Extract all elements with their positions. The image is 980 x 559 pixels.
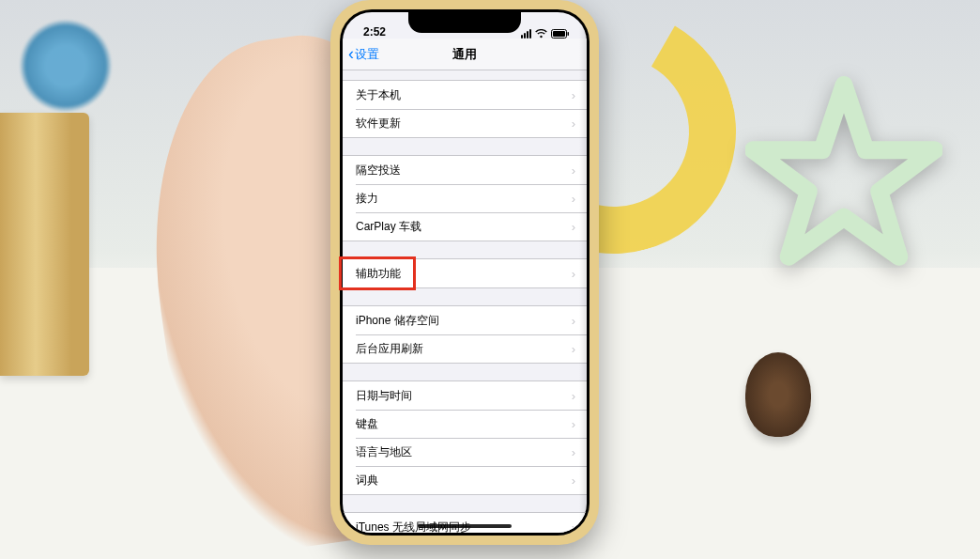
chevron-right-icon: › (572, 163, 575, 178)
page-title: 通用 (452, 46, 477, 63)
settings-row[interactable]: iPhone 储存空间› (343, 306, 587, 334)
battery-icon (551, 29, 570, 39)
chevron-right-icon: › (572, 520, 575, 534)
chevron-right-icon: › (572, 116, 575, 131)
settings-row[interactable]: 软件更新› (343, 109, 587, 137)
svg-marker-0 (753, 85, 934, 257)
settings-group: iPhone 储存空间›后台应用刷新› (343, 305, 587, 364)
status-time: 2:52 (363, 25, 386, 39)
row-label: iPhone 储存空间 (356, 313, 439, 329)
settings-row[interactable]: CarPlay 车载› (343, 212, 587, 241)
row-label: 键盘 (356, 416, 378, 432)
chevron-right-icon: › (572, 389, 575, 403)
settings-row[interactable]: 辅助功能› (343, 259, 587, 287)
chevron-right-icon: › (572, 314, 575, 328)
chevron-right-icon: › (572, 474, 575, 488)
gold-stand-prop (0, 113, 89, 376)
row-label: 关于本机 (356, 87, 401, 103)
settings-row[interactable]: 后台应用刷新› (343, 334, 587, 363)
settings-row[interactable]: 日期与时间› (343, 381, 587, 410)
chevron-right-icon: › (572, 88, 575, 102)
star-prop (745, 75, 942, 272)
back-button[interactable]: ‹ 设置 (348, 44, 379, 64)
phone-bezel: 2:52 ‹ 设置 通用 (340, 9, 590, 536)
settings-group: 关于本机›软件更新› (343, 80, 587, 138)
chevron-right-icon: › (572, 445, 575, 459)
row-label: 日期与时间 (356, 388, 412, 404)
row-label: 词典 (356, 473, 378, 489)
svg-rect-2 (553, 31, 565, 37)
chevron-right-icon: › (572, 342, 575, 356)
row-label: 软件更新 (356, 116, 401, 132)
status-indicators (521, 29, 570, 39)
nav-bar: ‹ 设置 通用 (343, 39, 587, 70)
row-label: 辅助功能 (356, 266, 401, 282)
settings-row[interactable]: 键盘› (343, 410, 587, 438)
wifi-icon (535, 29, 547, 39)
settings-group: 隔空投送›接力›CarPlay 车载› (343, 155, 587, 241)
pinecone-prop (745, 352, 811, 437)
settings-row[interactable]: iTunes 无线局域网同步› (343, 513, 587, 533)
phone-screen: 2:52 ‹ 设置 通用 (343, 12, 587, 533)
settings-group: 日期与时间›键盘›语言与地区›词典› (343, 380, 587, 495)
settings-group: 辅助功能› (343, 258, 587, 288)
row-label: 隔空投送 (356, 163, 401, 179)
row-label: 后台应用刷新 (356, 341, 423, 357)
row-label: CarPlay 车载 (356, 219, 421, 235)
settings-row[interactable]: 接力› (343, 184, 587, 212)
svg-rect-3 (568, 32, 570, 36)
cellular-signal-icon (521, 29, 531, 39)
watermark-logo (19, 19, 113, 113)
chevron-right-icon: › (572, 267, 575, 281)
iphone-device: 2:52 ‹ 设置 通用 (330, 0, 599, 545)
phone-notch (408, 12, 521, 33)
settings-row[interactable]: 隔空投送› (343, 156, 587, 184)
settings-list[interactable]: 关于本机›软件更新›隔空投送›接力›CarPlay 车载›辅助功能›iPhone… (343, 70, 587, 533)
settings-row[interactable]: 关于本机› (343, 81, 587, 109)
back-label: 设置 (355, 46, 379, 63)
row-label: 语言与地区 (356, 444, 412, 460)
chevron-right-icon: › (572, 192, 575, 206)
chevron-left-icon: ‹ (348, 44, 354, 64)
settings-row[interactable]: 语言与地区› (343, 438, 587, 466)
home-indicator[interactable] (418, 524, 512, 528)
row-label: 接力 (356, 191, 378, 207)
settings-row[interactable]: 词典› (343, 466, 587, 494)
chevron-right-icon: › (572, 417, 575, 431)
settings-group: iTunes 无线局域网同步› (343, 512, 587, 533)
chevron-right-icon: › (572, 220, 575, 234)
